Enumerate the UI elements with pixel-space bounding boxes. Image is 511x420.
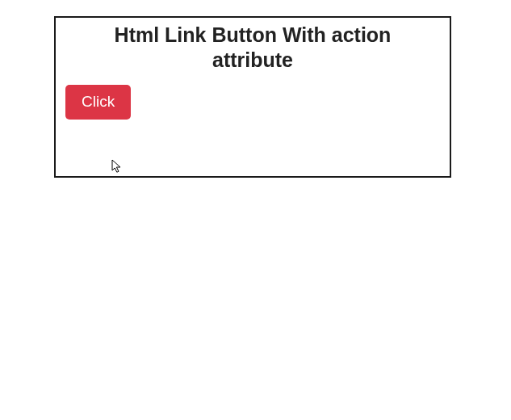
button-area: Click xyxy=(56,77,450,120)
example-card: Html Link Button With action attribute C… xyxy=(54,16,451,178)
click-button[interactable]: Click xyxy=(65,85,131,120)
card-title: Html Link Button With action attribute xyxy=(56,18,450,77)
